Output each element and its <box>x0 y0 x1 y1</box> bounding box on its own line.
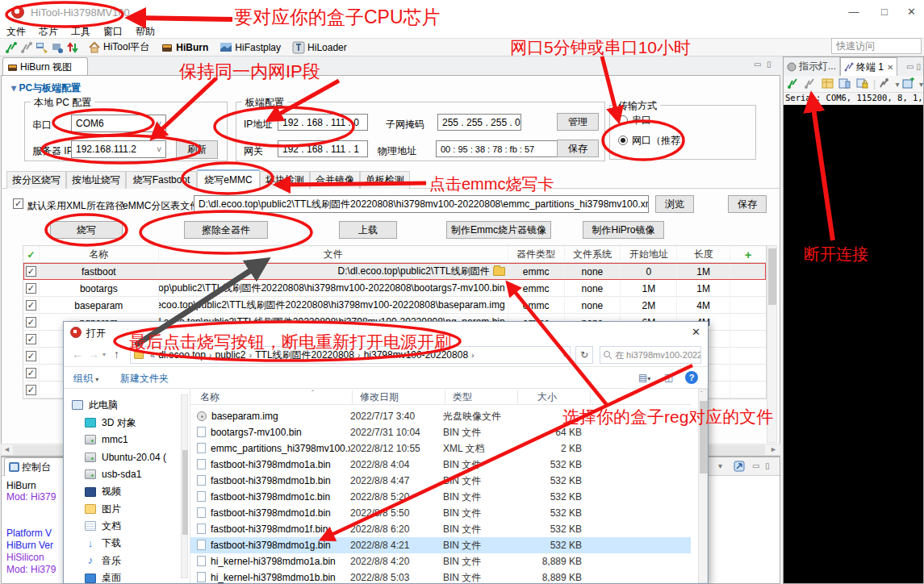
board-save-button[interactable]: 保存 <box>557 140 599 157</box>
burn-button[interactable]: 烧写 <box>50 221 123 239</box>
col-filesystem[interactable]: 文件系统 <box>565 246 621 263</box>
dialog-close-icon[interactable]: ✕ <box>692 326 700 338</box>
quick-access-input[interactable]: 快速访问 <box>831 38 922 54</box>
sidebar-item-downloads[interactable]: ↓下载 <box>85 536 121 552</box>
col-length[interactable]: 长度 <box>677 246 730 263</box>
sidebar-item-drive[interactable]: mmc1 <box>85 432 128 448</box>
server-ip-select[interactable]: 192.168.111.2 <box>71 140 166 158</box>
file-col-type[interactable]: 类型 <box>453 390 472 404</box>
file-col-size[interactable]: 大小 <box>537 390 557 404</box>
row-checkbox[interactable]: ✓ <box>26 368 36 378</box>
sidebar-item-drive[interactable]: usb-sda1 <box>85 466 141 482</box>
organize-button[interactable]: 组织 ▾ <box>73 372 98 386</box>
gateway-input[interactable]: 192 . 168 . 111 . 1 <box>278 140 368 157</box>
open-console-icon[interactable] <box>733 460 746 473</box>
tab-console[interactable]: 控制台 <box>4 457 65 476</box>
sidebar-item-this-pc[interactable]: 此电脑 <box>72 397 118 413</box>
tab-hiburn-view[interactable]: HiBurn 视图 <box>2 57 88 76</box>
connect-icon[interactable] <box>5 41 18 54</box>
panel-minimize-icon[interactable]: ▭ <box>906 62 914 71</box>
radio-network[interactable]: 网口（推荐） <box>618 134 690 148</box>
file-row[interactable]: fastboot-hi3798mdmo1g.bin 2022/8/8 4:21 … <box>190 537 691 553</box>
mac-input[interactable]: 00 : 95 : 38 : 78 : fb : 57 <box>436 140 571 157</box>
terminal-new-caret-icon[interactable]: ▾ <box>919 80 923 89</box>
launcher-hiloader[interactable]: HiLoader <box>307 42 347 53</box>
terminal-screen[interactable] <box>784 105 923 583</box>
tab-burn-fastboot[interactable]: 烧写Fastboot <box>126 171 197 189</box>
add-row-icon[interactable]: + <box>730 246 766 263</box>
row-checkbox[interactable]: ✓ <box>26 283 36 294</box>
row-checkbox[interactable]: ✓ <box>26 385 36 395</box>
row-checkbox[interactable]: ✓ <box>26 351 36 361</box>
tab-merge-image[interactable]: 合并镜像 <box>310 171 360 189</box>
console-minimize-icon[interactable]: ▭ <box>752 461 759 470</box>
panel-maximize-icon[interactable]: ▯ <box>916 62 921 71</box>
partition-row[interactable]: ✓ fastboot D:\dl.ecoo.top\public2\TTL线刷固… <box>23 263 766 280</box>
erase-all-button[interactable]: 擦除全器件 <box>184 221 268 239</box>
tab-board-check[interactable]: 单板检测 <box>360 171 410 189</box>
chip-icon[interactable] <box>161 41 174 54</box>
section-pc-board-config[interactable]: ▾ PC与板端配置 <box>11 81 81 95</box>
config-icon[interactable] <box>36 41 48 54</box>
menu-window[interactable]: 窗口 <box>103 25 123 39</box>
tab-indicator-lights[interactable]: 指示灯... <box>784 57 840 76</box>
fastplay-icon[interactable] <box>220 41 232 54</box>
nav-forward-icon[interactable]: → <box>88 348 99 361</box>
sidebar-item-music[interactable]: ♪音乐 <box>85 553 121 569</box>
pick-file-icon[interactable] <box>493 267 505 276</box>
row-checkbox[interactable]: ✓ <box>26 300 36 311</box>
refresh-button[interactable]: 刷新 <box>176 140 218 159</box>
row-checkbox[interactable]: ✓ <box>26 334 36 344</box>
minimize-button[interactable]: — <box>839 0 868 24</box>
maximize-button[interactable]: □ <box>870 0 899 24</box>
terminal-new-icon[interactable] <box>902 77 914 90</box>
loader-icon[interactable] <box>292 41 305 54</box>
scroll-left-icon[interactable]: ◄ <box>3 445 10 453</box>
sidebar-item-video[interactable]: 视频 <box>85 484 121 500</box>
terminal-lock-icon[interactable] <box>856 77 868 90</box>
row-checkbox[interactable]: ✓ <box>26 317 36 327</box>
launcher-hiburn[interactable]: HiBurn <box>176 42 208 53</box>
view-mode-icon[interactable]: ▤▾ <box>638 372 650 383</box>
partition-row[interactable]: ✓ bootargs D:\dl.ecoo.top\public2\TTL线刷固… <box>23 280 766 297</box>
sidebar-item-pictures[interactable]: 图片 <box>85 501 121 517</box>
console-maximize-icon[interactable]: ▯ <box>765 461 770 470</box>
nav-up-icon[interactable]: ↑ <box>114 348 119 361</box>
make-hipro-image-button[interactable]: 制作HiPro镜像 <box>583 221 664 239</box>
tab-burn-by-address[interactable]: 按地址烧写 <box>66 171 126 189</box>
close-button[interactable]: ✕ <box>899 0 924 24</box>
help-icon[interactable]: ? <box>685 371 698 384</box>
col-device[interactable]: 器件类型 <box>508 246 565 263</box>
close-terminal-icon[interactable]: ✕ <box>887 63 893 72</box>
col-file[interactable]: 文件 <box>159 246 508 263</box>
radio-serial[interactable]: 串口 <box>618 114 651 127</box>
make-emmc-image-button[interactable]: 制作Emmc烧片器镜像 <box>446 221 551 239</box>
file-row[interactable]: fastboot-hi3798mdmo1d.bin 2022/8/8 5:50 … <box>190 505 691 521</box>
tab-burn-emmc[interactable]: 烧写eMMC <box>197 169 260 189</box>
file-row[interactable]: emmc_partitions_hi3798mv100.xml 2022/8/1… <box>190 440 691 457</box>
manage-button[interactable]: 管理 <box>557 113 599 131</box>
sidebar-scrollbar[interactable] <box>181 394 188 578</box>
remote-tool-icon[interactable] <box>51 41 64 54</box>
tab-burn-by-partition[interactable]: 按分区烧写 <box>6 171 66 189</box>
nav-history-caret-icon[interactable]: ▾ <box>102 351 106 358</box>
preview-pane-icon[interactable]: ◫ <box>664 372 673 383</box>
xml-save-button[interactable]: 保存 <box>728 195 767 213</box>
refresh-icon[interactable]: ↻ <box>575 346 593 364</box>
file-col-name[interactable]: 名称 <box>200 390 220 404</box>
file-row[interactable]: fastboot-hi3798mdmo1f.bin 2022/8/8 6:20 … <box>190 521 691 537</box>
menu-chip[interactable]: 芯片 <box>39 25 58 39</box>
sidebar-item-documents[interactable]: 文档 <box>85 518 121 534</box>
browse-button[interactable]: 浏览 <box>655 195 694 213</box>
terminal-columns-icon[interactable] <box>838 77 851 90</box>
terminal-settings-caret-icon[interactable]: ▾ <box>896 80 900 89</box>
search-input[interactable]: 在 hi3798mv100-2022080... <box>600 346 701 364</box>
menu-file[interactable]: 文件 <box>6 25 26 39</box>
partition-table-path-input[interactable]: D:\dl.ecoo.top\public2\TTL线刷固件20220808\h… <box>194 195 649 213</box>
tab-terminal-1[interactable]: 终端 1 ✕ <box>840 57 897 76</box>
xml-path-checkbox[interactable]: ✓ <box>13 198 23 209</box>
disconnect-icon[interactable] <box>20 41 33 54</box>
serial-port-select[interactable]: COM6 <box>71 115 166 132</box>
col-name[interactable]: 名称 <box>40 246 159 263</box>
tab-bad-block-check[interactable]: 坏块检测 <box>260 171 310 189</box>
